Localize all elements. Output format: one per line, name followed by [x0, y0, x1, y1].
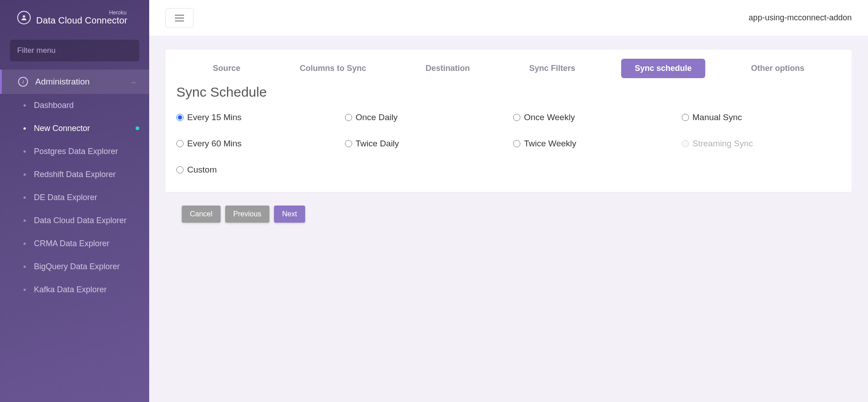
schedule-option-label: Once Daily	[356, 112, 398, 122]
schedule-radio[interactable]	[176, 166, 184, 173]
tab-sync-schedule[interactable]: Sync schedule	[621, 59, 705, 78]
sidebar-item-label: Kafka Data Explorer	[34, 285, 107, 294]
brand-super: Heroku	[36, 10, 127, 16]
info-icon: i	[18, 77, 28, 87]
schedule-option-label: Every 15 Mins	[187, 112, 241, 122]
sidebar-item-data-cloud-data-explorer[interactable]: Data Cloud Data Explorer	[0, 209, 149, 232]
previous-button[interactable]: Previous	[225, 206, 269, 223]
brand[interactable]: Heroku Data Cloud Connector	[0, 0, 149, 33]
sidebar: Heroku Data Cloud Connector i Administra…	[0, 0, 149, 402]
hamburger-icon	[175, 14, 184, 22]
tab-destination[interactable]: Destination	[412, 59, 483, 78]
schedule-radio	[682, 140, 689, 147]
sidebar-item-label: Postgres Data Explorer	[34, 147, 118, 156]
next-button[interactable]: Next	[274, 206, 305, 223]
schedule-radio[interactable]	[513, 114, 520, 121]
chevron-up-icon: ︿	[131, 78, 137, 85]
tab-sync-filters[interactable]: Sync Filters	[516, 59, 589, 78]
nav-items: DashboardNew ConnectorPostgres Data Expl…	[0, 94, 149, 301]
status-dot-icon	[136, 126, 139, 130]
nav-bullet-icon	[24, 127, 26, 130]
sidebar-item-de-data-explorer[interactable]: DE Data Explorer	[0, 186, 149, 209]
schedule-option-twice-weekly[interactable]: Twice Weekly	[513, 139, 673, 149]
schedule-option-label: Streaming Sync	[693, 139, 753, 149]
filter-menu-input[interactable]	[10, 40, 139, 61]
schedule-option-every-15-mins[interactable]: Every 15 Mins	[176, 112, 336, 122]
main: app-using-mcconnect-addon SourceColumns …	[149, 0, 868, 402]
brand-title: Data Cloud Connector	[36, 16, 127, 25]
tab-source[interactable]: Source	[199, 59, 254, 78]
nav-group-label: Administration	[35, 77, 90, 87]
brand-icon	[17, 11, 31, 24]
nav-bullet-icon	[24, 150, 26, 153]
schedule-radio[interactable]	[345, 140, 352, 147]
sidebar-item-crma-data-explorer[interactable]: CRMA Data Explorer	[0, 232, 149, 255]
wizard-card: SourceColumns to SyncDestinationSync Fil…	[165, 50, 852, 192]
menu-toggle-button[interactable]	[165, 8, 193, 28]
topbar: app-using-mcconnect-addon	[149, 0, 868, 36]
schedule-radio[interactable]	[682, 114, 689, 121]
nav-bullet-icon	[24, 266, 26, 268]
schedule-option-label: Twice Daily	[356, 139, 399, 149]
schedule-option-once-weekly[interactable]: Once Weekly	[513, 112, 673, 122]
sidebar-item-label: Dashboard	[34, 101, 74, 110]
nav-group-administration[interactable]: i Administration ︿	[0, 70, 149, 94]
sidebar-item-dashboard[interactable]: Dashboard	[0, 94, 149, 117]
schedule-radio[interactable]	[176, 114, 184, 121]
sidebar-item-kafka-data-explorer[interactable]: Kafka Data Explorer	[0, 278, 149, 301]
tab-other-options[interactable]: Other options	[737, 59, 818, 78]
sidebar-item-bigquery-data-explorer[interactable]: BigQuery Data Explorer	[0, 255, 149, 278]
sidebar-item-new-connector[interactable]: New Connector	[0, 117, 149, 140]
wizard-actions: Cancel Previous Next	[182, 206, 852, 223]
sidebar-item-label: Redshift Data Explorer	[34, 170, 116, 179]
schedule-option-label: Custom	[187, 165, 217, 175]
schedule-option-label: Every 60 Mins	[187, 139, 241, 149]
brand-text: Heroku Data Cloud Connector	[36, 10, 127, 25]
sidebar-item-label: New Connector	[34, 124, 90, 133]
schedule-option-label: Once Weekly	[524, 112, 575, 122]
nav-bullet-icon	[24, 173, 26, 176]
schedule-option-once-daily[interactable]: Once Daily	[345, 112, 505, 122]
schedule-option-streaming-sync: Streaming Sync	[682, 139, 841, 149]
sidebar-item-label: DE Data Explorer	[34, 193, 97, 202]
nav-bullet-icon	[24, 220, 26, 222]
filter-wrap	[0, 33, 149, 70]
svg-point-0	[23, 15, 25, 17]
schedule-option-manual-sync[interactable]: Manual Sync	[682, 112, 841, 122]
sidebar-item-label: CRMA Data Explorer	[34, 239, 109, 248]
sidebar-item-label: BigQuery Data Explorer	[34, 262, 120, 271]
content: SourceColumns to SyncDestinationSync Fil…	[149, 36, 868, 236]
schedule-option-label: Manual Sync	[693, 112, 742, 122]
sidebar-item-label: Data Cloud Data Explorer	[34, 216, 127, 225]
wizard-tabs: SourceColumns to SyncDestinationSync Fil…	[175, 59, 843, 81]
schedule-option-every-60-mins[interactable]: Every 60 Mins	[176, 139, 336, 149]
schedule-option-label: Twice Weekly	[524, 139, 576, 149]
section-title: Sync Schedule	[176, 84, 843, 100]
tab-columns-to-sync[interactable]: Columns to Sync	[286, 59, 380, 78]
schedule-radio[interactable]	[513, 140, 520, 147]
nav-bullet-icon	[24, 289, 26, 291]
nav-bullet-icon	[24, 196, 26, 199]
schedule-option-custom[interactable]: Custom	[176, 165, 336, 175]
cancel-button[interactable]: Cancel	[182, 206, 221, 223]
sidebar-item-postgres-data-explorer[interactable]: Postgres Data Explorer	[0, 140, 149, 163]
sync-schedule-options: Every 15 MinsOnce DailyOnce WeeklyManual…	[175, 111, 843, 179]
nav-bullet-icon	[24, 243, 26, 245]
schedule-radio[interactable]	[345, 114, 352, 121]
schedule-option-twice-daily[interactable]: Twice Daily	[345, 139, 505, 149]
schedule-radio[interactable]	[176, 140, 184, 147]
sidebar-item-redshift-data-explorer[interactable]: Redshift Data Explorer	[0, 163, 149, 186]
app-name: app-using-mcconnect-addon	[749, 13, 852, 23]
nav-bullet-icon	[24, 104, 26, 107]
